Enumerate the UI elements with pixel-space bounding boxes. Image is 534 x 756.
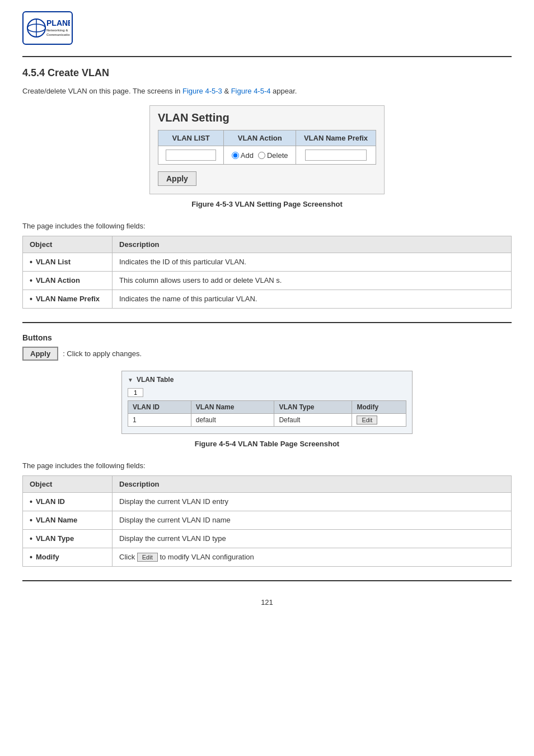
logo: PLANET Networking & Communication <box>22 11 73 45</box>
col-vlan-action: VLAN Action <box>224 130 296 146</box>
apply-button-1[interactable]: Apply <box>158 171 196 186</box>
bullet-modify: • Modify <box>30 553 105 562</box>
edit-button[interactable]: Edit <box>357 416 377 424</box>
modify-desc-cell: Click Edit to modify VLAN configuration <box>113 548 512 567</box>
col-vlan-name-th: VLAN Name <box>191 401 274 414</box>
figure-ref1-link[interactable]: Figure 4-5-3 <box>182 87 222 95</box>
col-vlan-type: VLAN Type <box>274 401 352 414</box>
vlan-list-input[interactable] <box>166 150 216 161</box>
col-vlan-list: VLAN LIST <box>158 130 224 146</box>
intro-paragraph: Create/delete VLAN on this page. The scr… <box>22 87 512 95</box>
radio-delete[interactable] <box>258 152 265 159</box>
bullet-vlan-name-prefix: • VLAN Name Prefix <box>30 295 105 304</box>
page-input[interactable] <box>128 388 143 397</box>
col-modify: Modify <box>352 401 406 414</box>
vlan-action-radio-group: Add Delete <box>229 151 290 160</box>
fields-table-1: Object Description • VLAN List Indicates… <box>22 236 512 309</box>
table-row: • VLAN Name Display the current VLAN ID … <box>23 511 512 530</box>
vlan-table-box-title: VLAN Table <box>137 376 174 384</box>
page-number: 121 <box>22 598 512 606</box>
bullet-vlan-id: • VLAN ID <box>30 497 105 506</box>
data-table: VLAN ID VLAN Name VLAN Type Modify 1 def… <box>128 400 406 427</box>
name-prefix-input[interactable] <box>305 150 367 161</box>
radio-delete-label[interactable]: Delete <box>258 151 288 160</box>
table-row: • VLAN Type Display the current VLAN ID … <box>23 530 512 548</box>
table-row: • Modify Click Edit to modify VLAN confi… <box>23 548 512 567</box>
table-row: • VLAN Name Prefix Indicates the name of… <box>23 290 512 309</box>
vlan-type-cell: Default <box>274 414 352 427</box>
section-title: 4.5.4 Create VLAN <box>22 67 512 79</box>
vlan-setting-box: VLAN Setting VLAN LIST VLAN Action VLAN … <box>149 105 385 194</box>
fields-table-2: Object Description • VLAN ID Display the… <box>22 475 512 567</box>
bullet-vlan-action: • VLAN Action <box>30 276 105 285</box>
page-control <box>128 388 406 397</box>
bullet-vlan-list: • VLAN List <box>30 258 105 267</box>
bullet-vlan-type: • VLAN Type <box>30 534 105 543</box>
col-vlan-id: VLAN ID <box>128 401 191 414</box>
table-row: • VLAN Action This column allows users t… <box>23 272 512 290</box>
vlan-table-header: ▼ VLAN Table <box>128 376 406 384</box>
vlan-modify-cell: Edit <box>352 414 406 427</box>
logo-area: PLANET Networking & Communication <box>22 11 512 45</box>
radio-add[interactable] <box>232 152 239 159</box>
svg-text:PLANET: PLANET <box>46 18 70 27</box>
col-vlan-name-prefix: VLAN Name Prefix <box>296 130 376 146</box>
apply-desc: : Click to apply changes. <box>63 349 142 358</box>
figure1-caption: Figure 4-5-3 VLAN Setting Page Screensho… <box>22 200 512 208</box>
mid-divider-1 <box>22 322 512 323</box>
table-row: • VLAN List Indicates the ID of this par… <box>23 253 512 272</box>
apply-button-2[interactable]: Apply <box>22 347 58 361</box>
radio-add-label[interactable]: Add <box>232 151 254 160</box>
collapse-icon[interactable]: ▼ <box>128 377 133 383</box>
svg-text:Networking &: Networking & <box>46 29 68 32</box>
fields-label-2: The page includes the following fields: <box>22 461 512 470</box>
figure2-caption: Figure 4-5-4 VLAN Table Page Screenshot <box>22 440 512 448</box>
buttons-section: Buttons Apply : Click to apply changes. <box>22 333 512 361</box>
vlan-name-cell: default <box>191 414 274 427</box>
top-divider <box>22 56 512 57</box>
bullet-vlan-name: • VLAN Name <box>30 516 105 525</box>
vlan-setting-table: VLAN LIST VLAN Action VLAN Name Prefix A… <box>158 130 376 165</box>
edit-button-desc[interactable]: Edit <box>137 553 158 562</box>
vlan-table-section: ▼ VLAN Table VLAN ID VLAN Name VLAN Type… <box>121 371 413 434</box>
table-row: 1 default Default Edit <box>128 414 406 427</box>
ft2-col-object: Object <box>23 476 113 493</box>
ft1-col-desc: Description <box>113 236 512 253</box>
buttons-title: Buttons <box>22 333 512 342</box>
apply-inline: Apply : Click to apply changes. <box>22 347 142 361</box>
bottom-divider <box>22 580 512 581</box>
vlan-id-cell: 1 <box>128 414 191 427</box>
fields-label-1: The page includes the following fields: <box>22 222 512 230</box>
figure-ref2-link[interactable]: Figure 4-5-4 <box>231 87 271 95</box>
vlan-setting-title: VLAN Setting <box>158 111 376 124</box>
table-row: • VLAN ID Display the current VLAN ID en… <box>23 493 512 511</box>
ft2-col-desc: Description <box>113 476 512 493</box>
svg-text:Communication: Communication <box>46 33 70 36</box>
ft1-col-object: Object <box>23 236 113 253</box>
